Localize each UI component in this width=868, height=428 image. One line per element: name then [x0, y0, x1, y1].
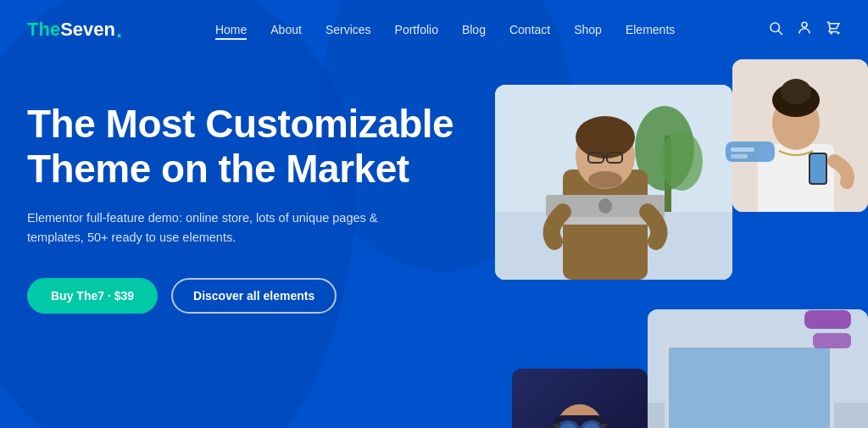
logo-dot: .	[116, 19, 122, 41]
image-woman-phone	[732, 59, 868, 212]
nav-item-home[interactable]: Home	[215, 22, 247, 37]
hero-title: The Most Customizable Theme on the Marke…	[27, 102, 468, 192]
bubble-decoration-purple	[800, 306, 860, 360]
nav-action-icons	[768, 20, 841, 40]
svg-point-0	[771, 23, 780, 32]
hero-text-block: The Most Customizable Theme on the Marke…	[27, 76, 468, 314]
hero-buttons: Buy The7 · $39 Discover all elements	[27, 278, 468, 314]
hero-content: The Most Customizable Theme on the Marke…	[0, 59, 868, 428]
hero-subtitle: Elementor full-feature demo: online stor…	[27, 208, 383, 247]
svg-point-2	[802, 22, 807, 27]
bubble-decoration-blue	[724, 140, 779, 173]
buy-button[interactable]: Buy The7 · $39	[27, 278, 158, 314]
svg-point-17	[598, 198, 612, 214]
search-icon[interactable]	[768, 20, 783, 40]
svg-point-14	[588, 171, 622, 188]
nav-item-contact[interactable]: Contact	[509, 22, 550, 37]
nav-links: Home About Services Portfolio Blog Conta…	[215, 22, 675, 37]
svg-rect-24	[810, 154, 826, 183]
logo[interactable]: The Seven .	[27, 19, 122, 41]
svg-rect-50	[553, 424, 561, 427]
svg-point-10	[576, 116, 635, 158]
svg-rect-52	[804, 310, 851, 329]
navigation: The Seven . Home About Services Portfoli…	[0, 0, 868, 59]
logo-the: The	[27, 19, 60, 41]
hero-section: The Seven . Home About Services Portfoli…	[0, 0, 868, 428]
logo-seven: Seven	[60, 19, 115, 41]
cart-icon[interactable]	[826, 20, 841, 40]
svg-rect-56	[731, 154, 748, 158]
hero-image-collage	[461, 59, 868, 428]
user-icon[interactable]	[797, 20, 812, 40]
svg-point-7	[660, 131, 703, 191]
svg-rect-55	[731, 147, 754, 152]
svg-line-1	[779, 31, 782, 34]
nav-item-about[interactable]: About	[270, 22, 302, 37]
nav-item-elements[interactable]: Elements	[626, 22, 675, 37]
svg-rect-53	[813, 333, 851, 348]
nav-item-shop[interactable]: Shop	[574, 22, 602, 37]
discover-button[interactable]: Discover all elements	[171, 278, 337, 314]
nav-item-services[interactable]: Services	[326, 22, 371, 37]
svg-rect-51	[598, 424, 607, 427]
nav-item-portfolio[interactable]: Portfolio	[395, 22, 438, 37]
svg-point-22	[781, 79, 811, 104]
nav-item-blog[interactable]: Blog	[462, 22, 486, 37]
image-vr-person	[512, 369, 648, 428]
image-man-laptop	[495, 85, 732, 280]
